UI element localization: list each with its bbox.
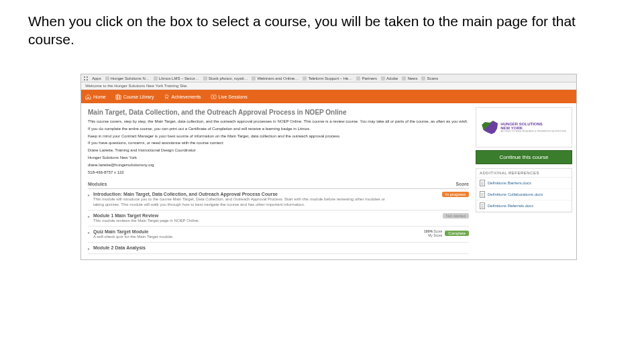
live-icon (211, 94, 217, 100)
module-subtitle: This module reviews the Main Target page… (93, 219, 388, 223)
svg-point-5 (213, 96, 214, 97)
bookmark-favicon-icon (421, 76, 425, 80)
nav-home[interactable]: Home (85, 94, 106, 100)
bookmark-item[interactable]: Webinars and Online… (252, 76, 299, 80)
chevron-right-icon: ▸ (88, 192, 90, 197)
svg-rect-2 (119, 95, 121, 99)
module-title: Module 2 Data Analysis (93, 245, 388, 250)
bookmark-item[interactable]: Adobe (381, 76, 398, 80)
bookmark-favicon-icon (154, 76, 158, 80)
additional-references: ADDITIONAL REFERENCES Definitions Barrie… (476, 168, 572, 213)
module-title: Module 1 Main Target Review (93, 213, 388, 218)
bookmark-item[interactable]: Stock photos, royalt… (203, 76, 248, 80)
nav-label: Achievements (172, 95, 201, 99)
nav-course-library[interactable]: Course Library (115, 94, 154, 100)
module-row[interactable]: ▸ Module 1 Main Target Review This modul… (88, 210, 469, 227)
document-icon (480, 202, 485, 209)
svg-point-3 (165, 95, 168, 98)
module-row[interactable]: ▸ Introduction: Main Target, Data Collec… (88, 189, 469, 210)
bookmark-item[interactable]: Partners (356, 76, 377, 80)
module-title: Quiz Main Target Module (93, 229, 388, 234)
brand-logo-card: HUNGER SOLUTIONSNEW YORK ACTING TO END H… (476, 107, 572, 147)
module-subtitle: This module will introduce you to the co… (93, 197, 388, 206)
nav-achievements[interactable]: Achievements (164, 94, 201, 100)
score-block: 100% Score My Score (424, 229, 442, 237)
svg-rect-0 (116, 95, 117, 99)
module-row[interactable]: ▸ Module 2 Data Analysis (88, 243, 469, 254)
reference-link[interactable]: Definitions Referrals.docx (476, 200, 572, 212)
status-badge: Complete (445, 231, 469, 236)
chevron-right-icon: ▸ (88, 230, 90, 235)
bookmark-favicon-icon (381, 76, 385, 80)
bookmark-favicon-icon (402, 76, 406, 80)
bookmark-favicon-icon (252, 76, 256, 80)
chevron-right-icon: ▸ (88, 214, 90, 219)
nav-label: Home (93, 95, 106, 99)
bookmark-item[interactable]: Teleform Support – He… (303, 76, 352, 80)
library-icon (115, 94, 121, 100)
nav-label: Live Sessions (219, 95, 248, 99)
document-icon (480, 191, 485, 198)
bookmark-favicon-icon (105, 76, 109, 80)
apps-grid-icon (84, 76, 88, 80)
bookmark-item[interactable]: Hunger Solutions N… (105, 76, 150, 80)
status-badge: Not started (443, 213, 469, 219)
module-subtitle: A self-check quiz for the Main Target mo… (93, 235, 388, 239)
welcome-bar: Welcome to the Hunger Solutions New York… (81, 82, 576, 90)
bookmark-favicon-icon (303, 76, 307, 80)
module-title: Introduction: Main Target, Data Collecti… (93, 192, 388, 196)
browser-bookmark-bar: Apps Hunger Solutions N… Litmos LMS – Se… (81, 74, 576, 82)
main-content: Main Target, Data Collection, and the Ou… (81, 103, 476, 259)
sidebar: HUNGER SOLUTIONSNEW YORK ACTING TO END H… (476, 103, 576, 259)
reference-link[interactable]: Definitions Collaborations.docx (476, 189, 572, 200)
main-nav: Home Course Library Achievements Live Se… (81, 90, 576, 103)
continue-course-button[interactable]: Continue this course (476, 150, 572, 164)
ny-state-icon (482, 121, 498, 134)
module-row[interactable]: ▸ Quiz Main Target Module A self-check q… (88, 227, 469, 243)
nav-label: Course Library (123, 95, 154, 99)
lms-screenshot: Apps Hunger Solutions N… Litmos LMS – Se… (80, 74, 577, 260)
course-title: Main Target, Data Collection, and the Ou… (88, 109, 469, 116)
bookmark-item[interactable]: News (402, 76, 417, 80)
bookmark-item[interactable]: Scans (421, 76, 438, 80)
status-badge: In progress (442, 192, 469, 197)
svg-rect-1 (117, 94, 119, 99)
home-icon (85, 94, 91, 100)
bookmark-favicon-icon (356, 76, 360, 80)
document-icon (480, 180, 485, 186)
bookmark-favicon-icon (203, 76, 207, 80)
chevron-right-icon: ▸ (88, 246, 90, 251)
bookmark-item[interactable]: Litmos LMS – Secur… (154, 76, 199, 80)
course-description: This course covers, step by step, the Ma… (88, 119, 469, 175)
achievements-icon (164, 94, 170, 100)
bookmark-apps[interactable]: Apps (92, 76, 101, 80)
nav-live-sessions[interactable]: Live Sessions (211, 94, 248, 100)
reference-link[interactable]: Definitions Barriers.docx (476, 178, 572, 189)
modules-header: Modules Score (88, 182, 469, 189)
references-header: ADDITIONAL REFERENCES (476, 169, 572, 178)
instruction-text: When you click on the box to select a co… (28, 12, 604, 49)
